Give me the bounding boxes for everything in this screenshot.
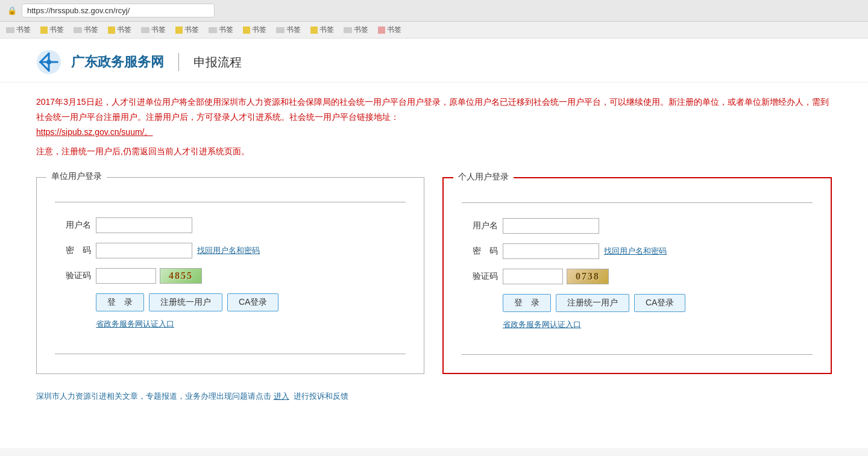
unit-password-input[interactable]	[96, 243, 192, 258]
bookmark-11[interactable]: 书签	[344, 25, 368, 35]
personal-panel-title: 个人用户登录	[453, 172, 514, 183]
personal-captcha-label: 验证码	[462, 271, 498, 282]
notice-link[interactable]: https://sipub.sz.gov.cn/suum/。	[36, 127, 153, 137]
bookmark-3[interactable]: 书签	[74, 25, 98, 35]
unit-captcha-container: 4855	[96, 268, 202, 284]
unit-forgot-link[interactable]: 找回用户名和密码	[197, 245, 260, 256]
bookmark-12[interactable]: 书签	[378, 25, 401, 35]
bottom-link[interactable]: 进入	[274, 392, 289, 401]
unit-ca-button[interactable]: CA登录	[227, 293, 278, 311]
bookmark-4[interactable]: 书签	[108, 25, 131, 35]
unit-panel-title: 单位用户登录	[46, 171, 107, 182]
unit-register-button[interactable]: 注册统一用户	[149, 293, 222, 311]
browser-bar: 🔒 https://hrsspub.sz.gov.cn/rcyj/	[0, 0, 868, 22]
unit-panel-divider	[55, 202, 406, 202]
url-bar[interactable]: https://hrsspub.sz.gov.cn/rcyj/	[22, 4, 215, 17]
unit-captcha-label: 验证码	[55, 270, 91, 281]
header-divider	[178, 53, 179, 71]
unit-login-panel: 单位用户登录 用户名 密 码 找回用户名和密码 验证码 4855	[36, 177, 424, 374]
personal-captcha-input[interactable]	[503, 269, 563, 284]
personal-username-input[interactable]	[503, 218, 599, 234]
lock-icon: 🔒	[7, 6, 17, 15]
personal-forgot-link[interactable]: 找回用户名和密码	[604, 246, 667, 257]
login-panels: 单位用户登录 用户名 密 码 找回用户名和密码 验证码 4855	[0, 165, 868, 386]
unit-captcha-image[interactable]: 4855	[160, 268, 202, 284]
personal-password-input[interactable]	[503, 243, 599, 259]
bookmark-10[interactable]: 书签	[310, 25, 334, 35]
bookmark-5[interactable]: 书签	[141, 25, 166, 35]
unit-login-button[interactable]: 登 录	[96, 293, 144, 311]
notice-section: 2017年3月15日起，人才引进单位用户将全部使用深圳市人力资源和社会保障局的社…	[0, 83, 868, 165]
unit-username-input[interactable]	[96, 217, 192, 233]
bookmark-2[interactable]: 书签	[40, 25, 64, 35]
unit-captcha-row: 验证码 4855	[55, 268, 406, 284]
unit-province-link[interactable]: 省政务服务网认证入口	[96, 319, 174, 328]
unit-username-row: 用户名	[55, 217, 406, 233]
bottom-section: 深圳市人力资源引进相关文章，专题报道，业务办理出现问题请点击 进入 进行投诉和反…	[0, 386, 868, 407]
personal-captcha-container: 0738	[503, 269, 609, 284]
logo-icon	[36, 49, 61, 75]
page-title: 申报流程	[193, 54, 242, 70]
unit-password-label: 密 码	[55, 245, 91, 256]
unit-password-row: 密 码 找回用户名和密码	[55, 243, 406, 258]
bookmark-9[interactable]: 书签	[276, 25, 301, 35]
bookmark-7[interactable]: 书签	[209, 25, 233, 35]
unit-province-row: 省政务服务网认证入口	[96, 319, 406, 330]
personal-register-button[interactable]: 注册统一用户	[556, 294, 629, 312]
unit-captcha-input[interactable]	[96, 268, 156, 284]
personal-panel-divider	[462, 202, 813, 203]
notice-paragraph1: 2017年3月15日起，人才引进单位用户将全部使用深圳市人力资源和社会保障局的社…	[36, 95, 832, 140]
unit-buttons-row: 登 录 注册统一用户 CA登录	[96, 293, 406, 311]
personal-captcha-image[interactable]: 0738	[567, 269, 609, 284]
personal-login-button[interactable]: 登 录	[503, 294, 551, 312]
personal-password-row: 密 码 找回用户名和密码	[462, 243, 813, 259]
personal-buttons-row: 登 录 注册统一用户 CA登录	[503, 294, 813, 312]
bottom-suffix: 进行投诉和反馈	[294, 392, 348, 401]
personal-username-row: 用户名	[462, 218, 813, 234]
personal-province-row: 省政务服务网认证入口	[503, 319, 813, 330]
bookmark-1[interactable]: 书签	[6, 25, 31, 35]
personal-province-link[interactable]: 省政务服务网认证入口	[503, 320, 581, 329]
page-content: 广东政务服务网 申报流程 2017年3月15日起，人才引进单位用户将全部使用深圳…	[0, 39, 868, 448]
unit-username-label: 用户名	[55, 220, 91, 231]
bookmark-6[interactable]: 书签	[175, 25, 199, 35]
personal-login-panel: 个人用户登录 用户名 密 码 找回用户名和密码 验证码 0738	[442, 177, 832, 374]
bottom-text: 深圳市人力资源引进相关文章，专题报道，业务办理出现问题请点击	[36, 392, 271, 401]
site-header: 广东政务服务网 申报流程	[0, 39, 868, 83]
svg-point-5	[46, 60, 51, 64]
personal-captcha-row: 验证码 0738	[462, 269, 813, 284]
personal-username-label: 用户名	[462, 220, 498, 231]
site-name: 广东政务服务网	[71, 53, 164, 71]
bookmark-8[interactable]: 书签	[243, 25, 266, 35]
notice-paragraph2: 注意，注册统一用户后,仍需返回当前人才引进系统页面。	[36, 144, 832, 159]
personal-password-label: 密 码	[462, 246, 498, 257]
personal-ca-button[interactable]: CA登录	[634, 294, 685, 312]
bookmarks-bar: 书签 书签 书签 书签 书签 书签 书签 书签 书签 书签 书签 书签	[0, 22, 868, 39]
